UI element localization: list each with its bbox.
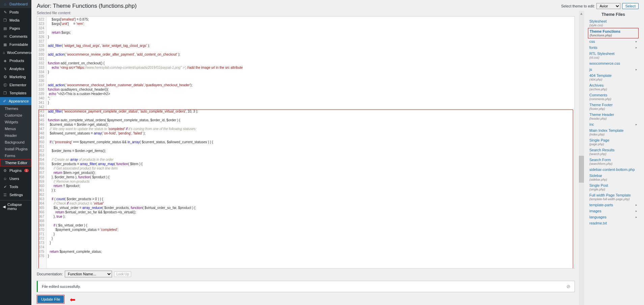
- marketing-icon: ✪: [3, 74, 7, 79]
- sidebar-item-settings[interactable]: ☰Settings: [0, 191, 31, 199]
- theme-file-item[interactable]: languages▸: [588, 214, 639, 220]
- submenu-widgets[interactable]: Widgets: [0, 119, 31, 125]
- formidable-icon: ▦: [3, 42, 7, 47]
- select-button[interactable]: Select: [622, 3, 639, 9]
- theme-file-item[interactable]: template-parts▸: [588, 202, 639, 208]
- theme-file-item[interactable]: Search Form(searchform.php): [588, 157, 639, 166]
- function-name-select[interactable]: Function Name...: [65, 271, 112, 277]
- sidebar-item-templates[interactable]: ❒Templates: [0, 89, 31, 97]
- theme-file-item[interactable]: Single Post(single.php): [588, 182, 639, 192]
- theme-file-item[interactable]: images▸: [588, 208, 639, 214]
- sidebar-item-dashboard[interactable]: ⌂Dashboard: [0, 0, 31, 8]
- submenu-forms[interactable]: Forms: [0, 152, 31, 159]
- sidebar-item-formidable[interactable]: ▦Formidable: [0, 40, 31, 49]
- arrow-annotation-icon: ⬅: [70, 296, 76, 304]
- dismiss-notice-icon[interactable]: ⊘: [566, 284, 570, 289]
- theme-file-item[interactable]: readme.txt: [588, 220, 639, 226]
- sidebar-item-marketing[interactable]: ✪Marketing: [0, 73, 31, 81]
- folder-arrow-icon: ▸: [636, 68, 637, 71]
- theme-file-item[interactable]: Full width Page Template(template-full-w…: [588, 192, 639, 202]
- theme-file-item[interactable]: fonts▸: [588, 44, 639, 51]
- submenu-theme-editor[interactable]: Theme Editor: [0, 159, 31, 166]
- theme-files-title: Theme Files: [588, 11, 639, 18]
- theme-file-item[interactable]: Archives(archive.php): [588, 82, 639, 92]
- page-title: Avior: Theme Functions (functions.php): [37, 3, 137, 9]
- media-icon: ❐: [3, 18, 7, 23]
- submenu-install-plugins[interactable]: Install Plugins: [0, 146, 31, 152]
- theme-file-item[interactable]: Theme Header(header.php): [588, 112, 639, 121]
- woocommerce-icon: ⌂: [3, 50, 5, 55]
- plugins-icon: ⚙: [3, 168, 7, 173]
- success-notice: File edited successfully. ⊘: [37, 281, 575, 292]
- theme-file-item[interactable]: Single Page(page.php): [588, 137, 639, 147]
- sidebar-item-elementor[interactable]: ⒺElementor: [0, 81, 31, 89]
- appearance-submenu: Themes Customize Widgets Menus Header Ba…: [0, 105, 31, 166]
- scroll-up-icon[interactable]: ▴: [579, 11, 584, 16]
- scrollbar-thumb[interactable]: [579, 156, 584, 183]
- theme-file-item[interactable]: Stylesheet(style.css): [588, 18, 639, 28]
- theme-file-item[interactable]: Search Results(search.php): [588, 147, 639, 157]
- theme-file-item[interactable]: 404 Template(404.php): [588, 72, 639, 82]
- theme-file-item[interactable]: Sidebar(sidebar.php): [588, 173, 639, 182]
- folder-arrow-icon: ▸: [636, 40, 637, 43]
- theme-file-item[interactable]: js▸: [588, 66, 639, 72]
- sidebar-item-tools[interactable]: ✔Tools: [0, 183, 31, 191]
- folder-arrow-icon: ▸: [636, 215, 637, 219]
- sidebar-item-woocommerce[interactable]: ⌂WooCommerce: [0, 49, 31, 57]
- sidebar-item-media[interactable]: ❐Media: [0, 16, 31, 24]
- admin-sidebar: ⌂Dashboard ✎Posts ❐Media ▤Pages ✉Comment…: [0, 0, 31, 305]
- submenu-menus[interactable]: Menus: [0, 125, 31, 132]
- submenu-customize[interactable]: Customize: [0, 112, 31, 119]
- submenu-header[interactable]: Header: [0, 132, 31, 139]
- appearance-icon: ✐: [3, 99, 7, 103]
- sidebar-item-comments[interactable]: ✉Comments: [0, 32, 31, 40]
- sidebar-item-users[interactable]: ☺Users: [0, 175, 31, 183]
- sidebar-item-products[interactable]: ◈Products: [0, 57, 31, 65]
- elementor-icon: Ⓔ: [3, 83, 7, 87]
- pages-icon: ▤: [3, 26, 7, 31]
- dashboard-icon: ⌂: [3, 2, 7, 6]
- settings-icon: ☰: [3, 192, 7, 197]
- theme-file-item[interactable]: Theme Footer(footer.php): [588, 102, 639, 112]
- theme-file-item[interactable]: inc▸: [588, 121, 639, 127]
- folder-arrow-icon: ▸: [636, 209, 637, 213]
- line-gutter: 322 323 324 325 326 327 328 329 330 331 …: [37, 17, 47, 268]
- select-theme-label: Select theme to edit:: [561, 4, 595, 8]
- theme-file-item[interactable]: Comments(comments.php): [588, 92, 639, 102]
- analytics-icon: ↯: [3, 66, 7, 71]
- selected-file-label: Selected file content:: [37, 11, 575, 15]
- theme-file-item[interactable]: sidebar-content-bottom.php: [588, 166, 639, 173]
- sidebar-item-pages[interactable]: ▤Pages: [0, 24, 31, 32]
- update-file-highlight: Update File: [37, 295, 64, 304]
- theme-file-item[interactable]: Main Index Template(index.php): [588, 127, 639, 137]
- users-icon: ☺: [3, 176, 7, 181]
- editor-scrollbar[interactable]: ▴: [579, 11, 584, 305]
- code-lines[interactable]: $args['smallest'] = 0.875; $args['unit']…: [47, 17, 575, 268]
- templates-icon: ❒: [3, 91, 7, 95]
- products-icon: ◈: [3, 58, 7, 63]
- code-editor[interactable]: 322 323 324 325 326 327 328 329 330 331 …: [37, 16, 575, 269]
- submenu-background[interactable]: Background: [0, 139, 31, 146]
- sidebar-item-posts[interactable]: ✎Posts: [0, 8, 31, 16]
- main-content: Avior: Theme Functions (functions.php) S…: [31, 0, 644, 305]
- sidebar-item-analytics[interactable]: ↯Analytics: [0, 65, 31, 73]
- theme-file-item[interactable]: css▸: [588, 38, 639, 44]
- folder-arrow-icon: ▸: [636, 203, 637, 207]
- sidebar-item-plugins[interactable]: ⚙Plugins1: [0, 166, 31, 175]
- update-file-button[interactable]: Update File: [37, 296, 64, 303]
- tools-icon: ✔: [3, 184, 7, 189]
- theme-select[interactable]: Avior: [596, 3, 620, 9]
- theme-file-item[interactable]: RTL Stylesheet(rtl.css): [588, 51, 639, 60]
- theme-file-item[interactable]: Theme Functions(functions.php): [588, 28, 639, 38]
- collapse-menu[interactable]: ◀Collapse menu: [0, 200, 31, 213]
- submenu-themes[interactable]: Themes: [0, 105, 31, 112]
- folder-arrow-icon: ▸: [636, 123, 637, 126]
- folder-arrow-icon: ▸: [636, 46, 637, 49]
- comments-icon: ✉: [3, 34, 7, 39]
- pin-icon: ✎: [3, 10, 7, 14]
- sidebar-item-appearance[interactable]: ✐Appearance: [0, 97, 31, 105]
- plugins-badge: 1: [24, 169, 29, 172]
- theme-file-item[interactable]: woocommerce.css: [588, 60, 639, 66]
- lookup-button[interactable]: Look Up: [114, 271, 131, 277]
- collapse-icon: ◀: [3, 205, 5, 209]
